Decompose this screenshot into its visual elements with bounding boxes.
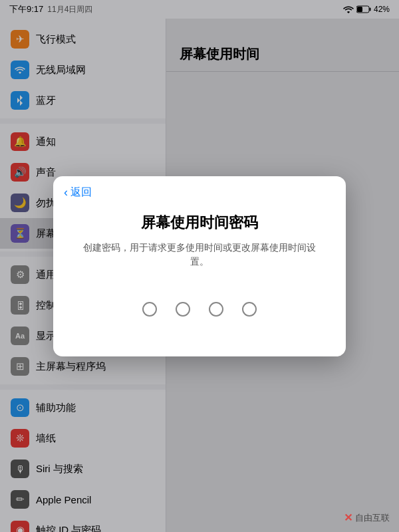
modal-title: 屏幕使用时间密码 (74, 213, 325, 233)
modal-body: 屏幕使用时间密码 创建密码，用于请求更多使用时间或更改屏幕使用时间设置。 (53, 200, 346, 356)
pin-dot-2[interactable] (176, 302, 190, 317)
passcode-modal: ‹ 返回 屏幕使用时间密码 创建密码，用于请求更多使用时间或更改屏幕使用时间设置… (53, 176, 346, 356)
watermark-text: 自由互联 (355, 512, 390, 524)
modal-overlay: ‹ 返回 屏幕使用时间密码 创建密码，用于请求更多使用时间或更改屏幕使用时间设置… (0, 0, 399, 532)
pin-input-dots[interactable] (74, 302, 325, 317)
pin-dot-3[interactable] (209, 302, 223, 317)
watermark-symbol: ✕ (344, 511, 352, 524)
back-label: 返回 (70, 186, 92, 200)
modal-nav: ‹ 返回 (53, 176, 346, 200)
pin-dot-4[interactable] (242, 302, 257, 317)
modal-description: 创建密码，用于请求更多使用时间或更改屏幕使用时间设置。 (74, 241, 325, 269)
back-chevron-icon: ‹ (64, 186, 68, 200)
back-button[interactable]: ‹ 返回 (64, 186, 92, 200)
watermark: ✕ 自由互联 (344, 511, 390, 524)
pin-dot-1[interactable] (142, 302, 157, 317)
